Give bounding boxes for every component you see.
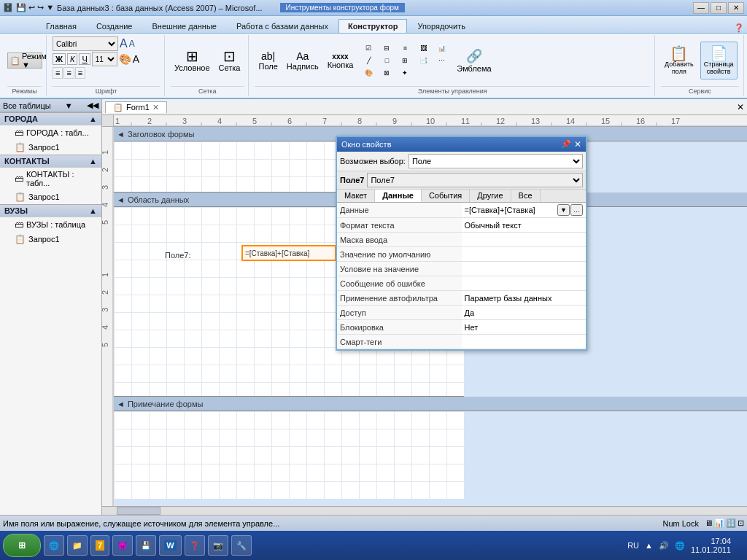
mode-button[interactable]: 📋 Режим ▼ <box>7 52 42 69</box>
taskbar-app-monster[interactable]: 😈 <box>112 535 133 556</box>
props-close-button[interactable]: ✕ <box>574 139 581 149</box>
network-icon: 🌐 <box>675 541 685 551</box>
props-data-builder-button[interactable]: … <box>570 204 583 216</box>
grid-content: ⊞ Условное ⊡ Сетка <box>171 36 244 85</box>
embed-button[interactable]: 🔗 Эмблема <box>453 42 495 79</box>
controls-label: Элементы управления <box>255 86 650 95</box>
sidebar-item-vuzy-table[interactable]: 🗃 ВУЗЫ : таблица <box>0 217 101 232</box>
props-pin-button[interactable]: 📌 <box>561 139 571 149</box>
status-icon-1: 🖥 <box>705 518 713 528</box>
props-row-data: Данные =[Ставка]+[Ставка] ▼ … <box>337 203 586 218</box>
controls-row1: ☑ ⊟ ≡ 🖼 📊 <box>360 42 450 54</box>
grid-button[interactable]: ⊡ Сетка <box>215 42 244 79</box>
minimize-button[interactable]: — <box>693 2 709 14</box>
props-tab-data[interactable]: Данные <box>375 190 422 202</box>
word-icon: W <box>164 540 176 551</box>
taskbar-ie[interactable]: 🌐 <box>44 535 64 556</box>
props-data-dropdown-button[interactable]: ▼ <box>557 204 570 216</box>
props-tab-events[interactable]: События <box>422 190 470 202</box>
tab-control-button[interactable]: 📑 <box>414 55 432 66</box>
image-button[interactable]: 🖼 <box>414 42 432 54</box>
conditional-button[interactable]: ⊞ Условное <box>171 42 214 79</box>
taskbar-tool[interactable]: 🔧 <box>231 535 252 556</box>
sidebar-collapse-icon[interactable]: ◀◀ <box>87 101 98 110</box>
font-name-select[interactable]: Calibri <box>53 36 118 51</box>
maximize-button[interactable]: □ <box>711 2 727 14</box>
props-tab-all[interactable]: Все <box>511 190 541 202</box>
props-value-lock: Нет <box>462 320 587 335</box>
field-textbox-control[interactable]: =[Ставка]+[Ставка] <box>241 245 336 261</box>
props-field-select[interactable]: Поле7 <box>367 173 583 187</box>
vuzy-collapse-icon[interactable]: ▲ <box>89 206 97 215</box>
taskbar-help[interactable]: ❓ <box>185 535 205 556</box>
page-props-button[interactable]: 📄 Страницасвойств <box>700 42 738 79</box>
kontakty-collapse-icon[interactable]: ▲ <box>89 157 97 166</box>
app7-icon: 7 <box>96 540 104 551</box>
form-footer-label: ◄ Примечание формы <box>114 397 747 411</box>
line-button[interactable]: ╱ <box>360 55 377 66</box>
taskbar-camera[interactable]: 📷 <box>208 535 228 556</box>
status-icons: 🖥 📊 🔢 ⊡ <box>705 518 744 528</box>
data-label-text: Область данных <box>128 195 189 204</box>
goroda-collapse-icon[interactable]: ▲ <box>89 114 97 123</box>
start-button[interactable]: ⊞ <box>3 534 41 557</box>
mode-icon: 📋 <box>10 56 20 66</box>
taskbar-explorer[interactable]: 📁 <box>67 535 88 556</box>
help-button[interactable]: ❓ <box>734 23 747 33</box>
list-button[interactable]: ≡ <box>396 42 414 54</box>
more-button[interactable]: ⋯ <box>433 55 450 66</box>
sidebar-item-kontakty-table[interactable]: 🗃 КОНТАКТЫ : табл... <box>0 168 101 190</box>
form-icon: 📋 <box>113 103 123 112</box>
props-selector[interactable]: Поле <box>409 154 583 168</box>
bold-button[interactable]: Ж <box>53 53 66 65</box>
svg-text:8: 8 <box>357 117 362 125</box>
form-tab[interactable]: 📋 Form1 ✕ <box>105 101 167 113</box>
chart-button[interactable]: 📊 <box>433 42 450 54</box>
tab-create[interactable]: Создание <box>87 19 142 33</box>
special-button[interactable]: ✦ <box>396 67 414 79</box>
taskbar-word[interactable]: W <box>159 535 181 556</box>
italic-button[interactable]: К <box>67 53 77 65</box>
props-tab-other[interactable]: Другие <box>470 190 511 202</box>
rect-button[interactable]: □ <box>378 55 395 66</box>
taskbar-save[interactable]: 💾 <box>136 535 156 556</box>
form-footer-body[interactable] <box>114 411 464 499</box>
tab-external[interactable]: Внешние данные <box>143 19 226 33</box>
combo-button[interactable]: ⊟ <box>378 42 395 54</box>
sidebar-item-goroda-query[interactable]: 📋 Запрос1 <box>0 140 101 155</box>
scrollbar-thumb[interactable] <box>117 507 160 515</box>
border-button[interactable]: ⊠ <box>378 67 395 79</box>
taskbar-app-7[interactable]: 7 <box>90 535 109 556</box>
button-control[interactable]: xxxx Кнопка <box>324 47 357 74</box>
subform-button[interactable]: ⊞ <box>396 55 414 66</box>
add-field-button[interactable]: 📋 Добавитьполя <box>661 42 697 79</box>
checkbox-button[interactable]: ☑ <box>360 42 377 54</box>
align-left-button[interactable]: ≡ <box>53 67 63 79</box>
form-tab-close-button[interactable]: ✕ <box>152 103 159 112</box>
label-button[interactable]: Aa Надпись <box>283 47 322 74</box>
close-button[interactable]: ✕ <box>728 2 744 14</box>
sidebar-item-goroda-table[interactable]: 🗃 ГОРОДА : табл... <box>0 125 101 140</box>
horizontal-scrollbar[interactable] <box>102 506 747 515</box>
header-label-text: Заголовок формы <box>128 130 195 139</box>
tab-main[interactable]: Главная <box>36 19 86 33</box>
tab-constructor[interactable]: Конструктор <box>338 19 407 33</box>
format-button[interactable]: 🎨 <box>360 67 377 79</box>
title-bar-left: 🗄️ 💾 ↩ ↪ ▼ База данных3 : база данных (A… <box>3 3 405 12</box>
tab-order[interactable]: Упорядочить <box>408 19 474 33</box>
sidebar-item-kontakty-query[interactable]: 📋 Запрос1 <box>0 190 101 204</box>
data-arrow-icon: ◄ <box>117 195 125 204</box>
field-label-text: Поле7: <box>165 251 191 260</box>
svg-text:7: 7 <box>322 117 327 125</box>
sidebar-item-vuzy-query[interactable]: 📋 Запрос1 <box>0 232 101 246</box>
font-size-select[interactable]: 11 <box>92 52 117 66</box>
props-tab-layout[interactable]: Макет <box>337 190 375 202</box>
text-field-button[interactable]: ab| Поле <box>255 47 281 74</box>
sidebar-dropdown-icon[interactable]: ▼ <box>65 101 73 110</box>
close-form-button[interactable]: ✕ <box>737 102 747 112</box>
underline-button[interactable]: Ч <box>79 53 90 65</box>
title-bar: 🗄️ 💾 ↩ ↪ ▼ База данных3 : база данных (A… <box>0 0 747 16</box>
align-center-button[interactable]: ≡ <box>63 67 74 79</box>
tab-database[interactable]: Работа с базами данных <box>227 19 338 33</box>
align-right-button[interactable]: ≡ <box>75 67 85 79</box>
